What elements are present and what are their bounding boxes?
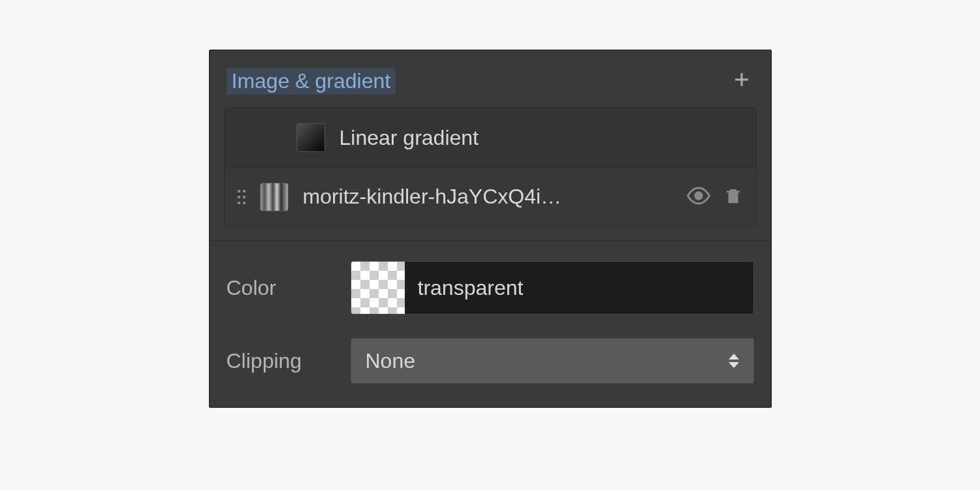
eye-icon xyxy=(687,184,710,207)
color-swatch[interactable] xyxy=(351,262,405,314)
section-title[interactable]: Image & gradient xyxy=(227,68,396,95)
trash-icon xyxy=(723,185,743,207)
color-value: transparent xyxy=(405,276,524,300)
select-arrows-icon xyxy=(729,354,739,368)
color-row: Color transparent xyxy=(227,261,754,314)
layer-thumbnail xyxy=(296,123,325,152)
clipping-value: None xyxy=(366,349,416,373)
add-layer-button[interactable] xyxy=(729,67,754,95)
layer-list: Linear gradient moritz-kindler-hJaYCxQ4i… xyxy=(224,108,757,226)
clipping-row: Clipping None xyxy=(227,338,754,384)
backgrounds-panel: Image & gradient Linear gradient xyxy=(209,50,772,408)
layer-label: moritz-kindler-hJaYCxQ4i… xyxy=(303,185,672,209)
layer-label: Linear gradient xyxy=(340,126,674,150)
layer-item-image[interactable]: moritz-kindler-hJaYCxQ4i… xyxy=(225,167,756,226)
clipping-label: Clipping xyxy=(227,349,351,373)
layer-actions xyxy=(687,184,743,210)
layer-thumbnail xyxy=(260,183,289,211)
controls-section: Color transparent Clipping None xyxy=(210,241,771,407)
svg-point-3 xyxy=(695,192,702,199)
color-label: Color xyxy=(227,276,351,300)
color-input[interactable]: transparent xyxy=(351,261,754,314)
section-header: Image & gradient xyxy=(210,50,771,105)
drag-handle-icon[interactable] xyxy=(238,190,245,204)
clipping-select[interactable]: None xyxy=(351,338,754,384)
plus-icon xyxy=(732,70,751,89)
delete-layer-button[interactable] xyxy=(723,185,743,209)
visibility-toggle[interactable] xyxy=(687,184,710,210)
layer-item-gradient[interactable]: Linear gradient xyxy=(225,108,756,167)
